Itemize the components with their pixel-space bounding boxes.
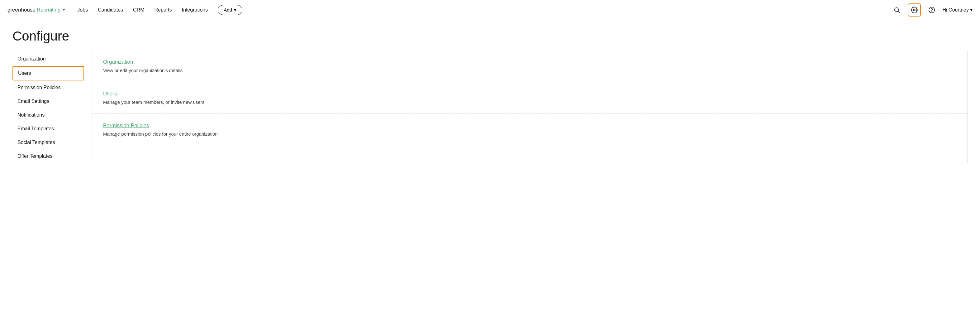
sidebar-item-organization[interactable]: Organization	[13, 53, 84, 66]
permission-policies-desc: Manage permission policies for your enti…	[103, 131, 956, 137]
nav-reports[interactable]: Reports	[154, 7, 172, 13]
add-button[interactable]: Add ▾	[218, 5, 242, 15]
logo-recruiting-text: Recruiting	[37, 7, 61, 13]
main-content: Organization View or edit your organizat…	[92, 50, 967, 163]
content-section-organization: Organization View or edit your organizat…	[92, 50, 967, 82]
search-button[interactable]	[891, 4, 903, 16]
add-label: Add	[224, 7, 232, 13]
greeting-chevron-icon: ▾	[970, 7, 972, 13]
users-desc: Manage your team members, or invite new …	[103, 99, 956, 105]
main-nav: Jobs Candidates CRM Reports Integrations…	[77, 5, 891, 15]
page-body: Organization Users Permission Policies E…	[0, 50, 980, 163]
sidebar-item-notifications[interactable]: Notifications	[13, 109, 84, 122]
content-section-permission-policies: Permission Policies Manage permission po…	[92, 114, 967, 145]
logo[interactable]: greenhouse Recruiting ▾	[8, 7, 65, 13]
organization-desc: View or edit your organization's details	[103, 68, 956, 73]
users-link[interactable]: Users	[103, 91, 117, 97]
svg-line-1	[898, 11, 900, 13]
organization-link[interactable]: Organization	[103, 59, 133, 65]
sidebar-item-users[interactable]: Users	[13, 66, 84, 80]
greeting-text: Hi Courtney	[943, 7, 969, 13]
add-chevron-icon: ▾	[234, 7, 236, 13]
logo-chevron-icon: ▾	[63, 8, 65, 12]
help-button[interactable]	[926, 4, 938, 16]
help-icon	[928, 6, 935, 13]
nav-integrations[interactable]: Integrations	[182, 7, 208, 13]
user-greeting[interactable]: Hi Courtney ▾	[943, 7, 972, 13]
sidebar-item-email-settings[interactable]: Email Settings	[13, 95, 84, 108]
settings-button[interactable]	[908, 3, 921, 16]
logo-greenhouse-text: greenhouse	[8, 7, 35, 13]
sidebar-item-social-templates[interactable]: Social Templates	[13, 136, 84, 149]
nav-candidates[interactable]: Candidates	[98, 7, 123, 13]
sidebar-item-email-templates[interactable]: Email Templates	[13, 122, 84, 135]
sidebar-item-offer-templates[interactable]: Offer Templates	[13, 150, 84, 163]
gear-icon	[911, 6, 918, 13]
header-right: Hi Courtney ▾	[891, 3, 972, 16]
header: greenhouse Recruiting ▾ Jobs Candidates …	[0, 0, 980, 20]
sidebar-item-permission-policies[interactable]: Permission Policies	[13, 81, 84, 94]
content-section-users: Users Manage your team members, or invit…	[92, 82, 967, 114]
sidebar: Organization Users Permission Policies E…	[13, 50, 84, 163]
nav-jobs[interactable]: Jobs	[77, 7, 88, 13]
permission-policies-link[interactable]: Permission Policies	[103, 123, 149, 129]
search-icon	[893, 6, 900, 13]
svg-point-2	[913, 9, 915, 11]
nav-crm[interactable]: CRM	[133, 7, 144, 13]
page-title: Configure	[0, 20, 980, 50]
